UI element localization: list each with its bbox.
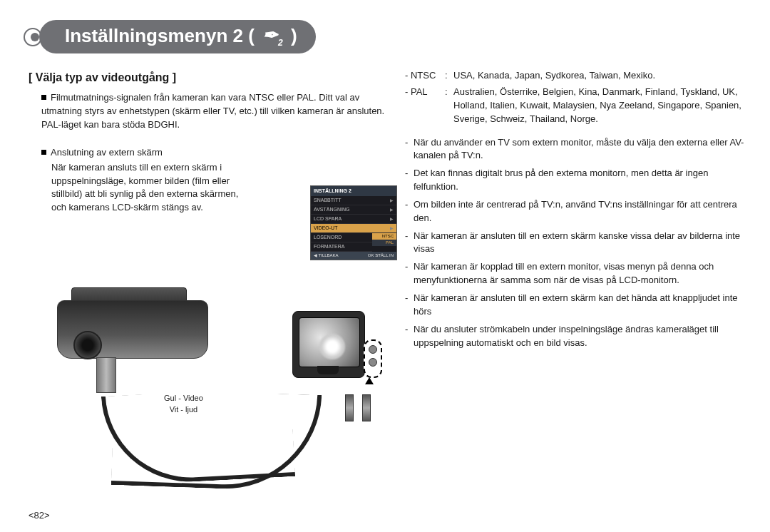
page-title: Inställningsmenyn 2 ( ✒2 ): [39, 20, 316, 53]
lcd-submenu-pal: PAL: [372, 240, 396, 246]
rca-jack-audio: [369, 358, 377, 367]
caption-audio: Vit - ljud: [164, 404, 203, 415]
pal-key: - PAL: [405, 86, 445, 126]
av-plug: [96, 357, 116, 393]
cable-caption: Gul - Video Vit - ljud: [164, 393, 203, 415]
page-number: <82>: [29, 510, 50, 521]
ntsc-val: USA, Kanada, Japan, Sydkorea, Taiwan, Me…: [453, 69, 747, 83]
ntsc-row: - NTSC : USA, Kanada, Japan, Sydkorea, T…: [405, 69, 747, 83]
rca-jack-panel: [364, 339, 382, 378]
sub-body: När kameran ansluts till en extern skärm…: [41, 161, 244, 215]
lcd-row-selected: VIDEO-UT▶: [311, 224, 396, 233]
caption-video: Gul - Video: [164, 393, 203, 404]
content-columns: [ Välja typ av videoutgång ] Filmutmatni…: [29, 69, 741, 486]
rca-plug-audio: [362, 394, 371, 421]
square-bullet-icon: [41, 95, 46, 100]
lcd-submenu-ntsc: NTSC: [372, 233, 396, 240]
av-cable-right: [111, 388, 322, 492]
rca-plugs: [342, 394, 374, 426]
list-item: -När kameran är ansluten till en extern …: [405, 230, 747, 257]
camera-lcd-menu: INSTÄLLNING 2 SNABBTITT▶ AVSTÄNGNING▶ LC…: [310, 185, 397, 260]
lcd-row: LÖSENORD: [311, 233, 372, 242]
list-item: -När kameran är kopplad till en extern m…: [405, 260, 747, 287]
lcd-row: AVSTÄNGNING▶: [311, 205, 396, 215]
rca-jack-video: [369, 345, 377, 354]
lcd-row: LCD SPARA▶: [311, 215, 396, 224]
arrow-up-icon: [365, 377, 374, 384]
lcd-footer: ◀ TILLBAKA OK STÄLL IN: [311, 252, 396, 260]
tv-screen: [299, 317, 360, 367]
page-title-bar: Inställningsmenyn 2 ( ✒2 ): [39, 20, 741, 53]
pal-row: - PAL : Australien, Österrike, Belgien, …: [405, 86, 747, 126]
list-item: -Om bilden inte är centrerad på TV:n, an…: [405, 198, 747, 225]
chevron-right-icon: ▶: [390, 207, 394, 213]
square-bullet-icon: [41, 150, 46, 155]
list-item: -När kameran är ansluten till en extern …: [405, 292, 747, 319]
tool-2-icon: ✒2: [262, 24, 283, 48]
camera-body: [57, 300, 208, 359]
intro-block: Filmutmatnings-signalen från kameran kan…: [41, 91, 385, 132]
chevron-right-icon: ▶: [390, 216, 394, 222]
right-column: - NTSC : USA, Kanada, Japan, Sydkorea, T…: [405, 69, 747, 486]
chevron-right-icon: ▶: [390, 198, 394, 204]
sub-label: Anslutning av extern skärm: [51, 147, 163, 158]
list-item: -Det kan finnas digitalt brus på den ext…: [405, 167, 747, 194]
left-column: [ Välja typ av videoutgång ] Filmutmatni…: [29, 69, 385, 486]
tv-base: [317, 366, 339, 374]
notes-list: -När du använder en TV som extern monito…: [405, 136, 747, 350]
ntsc-key: - NTSC: [405, 69, 445, 83]
section-heading: [ Välja typ av videoutgång ]: [29, 69, 385, 86]
intro-text: Filmutmatnings-signalen från kameran kan…: [41, 92, 384, 130]
rca-plug-video: [345, 394, 354, 421]
lcd-row: SNABBTITT▶: [311, 196, 396, 205]
list-item: -När du ansluter strömkabeln under inspe…: [405, 323, 747, 350]
title-dot-filled: [31, 33, 39, 41]
lcd-header: INSTÄLLNING 2: [311, 186, 396, 196]
pal-val: Australien, Österrike, Belgien, Kina, Da…: [453, 86, 747, 126]
title-text-before: Inställningsmenyn 2 (: [65, 25, 255, 47]
lcd-row: FORMATERA: [311, 242, 372, 252]
tv-picture: [319, 334, 345, 359]
camera-av-port: [73, 331, 102, 359]
connection-diagram: Gul - Video Vit - ljud: [29, 300, 385, 486]
chevron-right-icon: ▶: [390, 225, 394, 232]
list-item: -När du använder en TV som extern monito…: [405, 136, 747, 163]
title-text-after: ): [291, 25, 297, 47]
manual-page: Inställningsmenyn 2 ( ✒2 ) [ Välja typ a…: [0, 0, 770, 532]
